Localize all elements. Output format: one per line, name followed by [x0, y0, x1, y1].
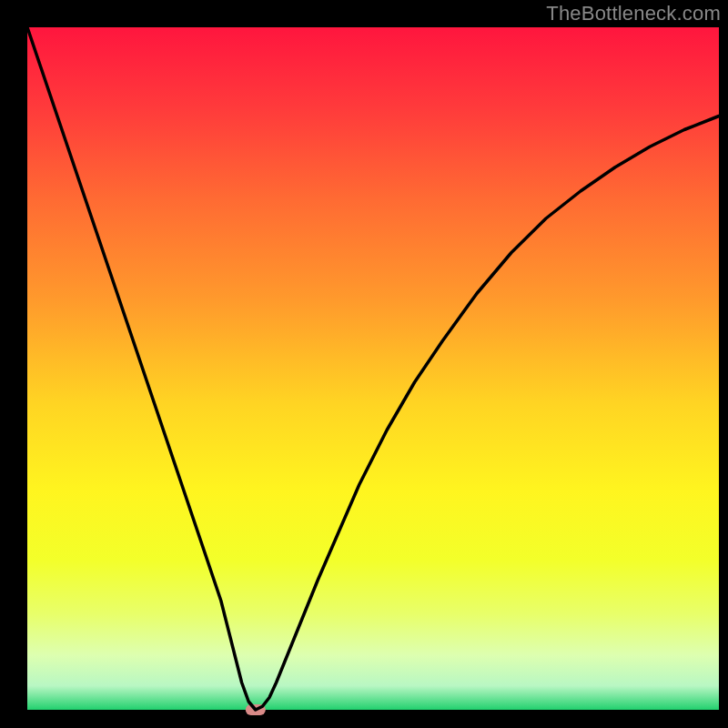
bottleneck-chart — [0, 0, 728, 728]
plot-background — [27, 27, 719, 710]
chart-container: TheBottleneck.com — [0, 0, 728, 728]
watermark-text: TheBottleneck.com — [546, 2, 721, 25]
